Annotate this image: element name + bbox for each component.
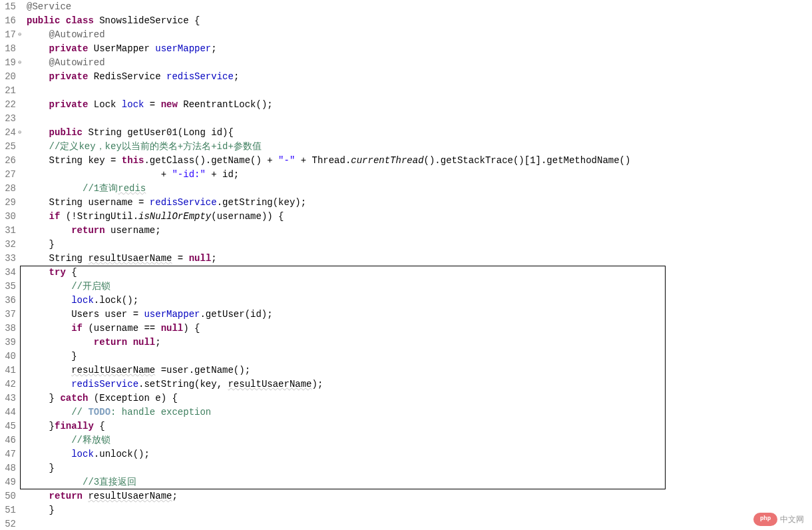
line-number: 29 xyxy=(0,196,16,210)
line-number: 52 xyxy=(0,517,16,530)
code-line: //释放锁 xyxy=(27,433,812,447)
line-number: 43 xyxy=(0,392,16,405)
line-number: 37 xyxy=(0,308,16,322)
code-line: public String getUser01(Long id){ xyxy=(27,126,812,140)
line-number: 24⊖ xyxy=(0,126,16,140)
watermark: php 中文网 xyxy=(753,513,804,526)
line-number: 18 xyxy=(0,42,16,56)
line-number: 25 xyxy=(0,140,16,154)
code-line: //定义key，key以当前的类名+方法名+id+参数值 xyxy=(27,140,812,154)
code-line: } xyxy=(27,461,812,475)
line-number: 40 xyxy=(0,350,16,364)
line-number: 30 xyxy=(0,210,16,224)
code-line: lock.unlock(); xyxy=(27,447,812,461)
line-number: 48 xyxy=(0,461,16,475)
line-number: 22 xyxy=(0,98,16,112)
fold-marker-icon[interactable]: ⊖ xyxy=(15,129,21,135)
code-line: String key = this.getClass().getName() +… xyxy=(27,154,812,168)
line-number: 44 xyxy=(0,405,16,419)
watermark-logo: php xyxy=(753,513,777,526)
line-number: 16 xyxy=(0,14,16,28)
line-number-gutter: 151617⊖1819⊖2021222324⊖25262728293031323… xyxy=(0,0,19,530)
line-number: 47 xyxy=(0,447,16,461)
code-line: return username; xyxy=(27,224,812,238)
line-number: 28 xyxy=(0,182,16,196)
line-number: 42 xyxy=(0,378,16,392)
code-line: @Autowired xyxy=(27,56,812,70)
code-line xyxy=(27,517,812,530)
code-line: //1查询redis xyxy=(27,182,812,196)
code-line: + "-id:" + id; xyxy=(27,168,812,182)
code-line: return resultUsaerName; xyxy=(27,489,812,503)
line-number: 33 xyxy=(0,252,16,266)
code-line: private Lock lock = new ReentrantLock(); xyxy=(27,98,812,112)
code-line: Users user = userMapper.getUser(id); xyxy=(27,308,812,322)
code-line: String username = redisService.getString… xyxy=(27,196,812,210)
code-line: redisService.setString(key, resultUsaerN… xyxy=(27,378,812,392)
line-number: 38 xyxy=(0,322,16,336)
code-line xyxy=(27,84,812,98)
code-line: // TODO: handle exception xyxy=(27,405,812,419)
code-line: } xyxy=(27,350,812,364)
line-number: 17⊖ xyxy=(0,28,16,42)
code-line: if (username == null) { xyxy=(27,322,812,336)
code-line: //3直接返回 xyxy=(27,475,812,489)
code-line: if (!StringUtil.isNullOrEmpty(username))… xyxy=(27,210,812,224)
line-number: 23 xyxy=(0,112,16,126)
line-number: 51 xyxy=(0,503,16,517)
line-number: 21 xyxy=(0,84,16,98)
code-line: }finally { xyxy=(27,419,812,433)
code-line: resultUsaerName =user.getName(); xyxy=(27,364,812,378)
code-container: 151617⊖1819⊖2021222324⊖25262728293031323… xyxy=(0,0,812,530)
line-number: 45 xyxy=(0,419,16,433)
line-number: 36 xyxy=(0,294,16,308)
code-area: @Servicepublic class SnowslideService { … xyxy=(19,0,812,530)
line-number: 31 xyxy=(0,224,16,238)
code-line xyxy=(27,112,812,126)
code-line: public class SnowslideService { xyxy=(27,14,812,28)
line-number: 20 xyxy=(0,70,16,84)
fold-marker-icon[interactable]: ⊖ xyxy=(15,31,21,37)
line-number: 41 xyxy=(0,364,16,378)
code-line: } xyxy=(27,503,812,517)
line-number: 26 xyxy=(0,154,16,168)
line-number: 32 xyxy=(0,238,16,252)
line-number: 49 xyxy=(0,475,16,489)
code-line: lock.lock(); xyxy=(27,294,812,308)
code-line: } xyxy=(27,238,812,252)
code-line: //开启锁 xyxy=(27,280,812,294)
code-line: String resultUsaerName = null; xyxy=(27,252,812,266)
line-number: 27 xyxy=(0,168,16,182)
code-line: private UserMapper userMapper; xyxy=(27,42,812,56)
code-line: return null; xyxy=(27,336,812,350)
line-number: 34 xyxy=(0,266,16,280)
code-line: @Service xyxy=(27,0,812,14)
line-number: 19⊖ xyxy=(0,56,16,70)
line-number: 50 xyxy=(0,489,16,503)
watermark-text: 中文网 xyxy=(780,513,804,525)
line-number: 46 xyxy=(0,433,16,447)
code-line: try { xyxy=(27,266,812,280)
code-line: } catch (Exception e) { xyxy=(27,392,812,405)
code-line: private RedisService redisService; xyxy=(27,70,812,84)
line-number: 35 xyxy=(0,280,16,294)
line-number: 15 xyxy=(0,0,16,14)
line-number: 39 xyxy=(0,336,16,350)
code-line: @Autowired xyxy=(27,28,812,42)
fold-marker-icon[interactable]: ⊖ xyxy=(15,59,21,65)
